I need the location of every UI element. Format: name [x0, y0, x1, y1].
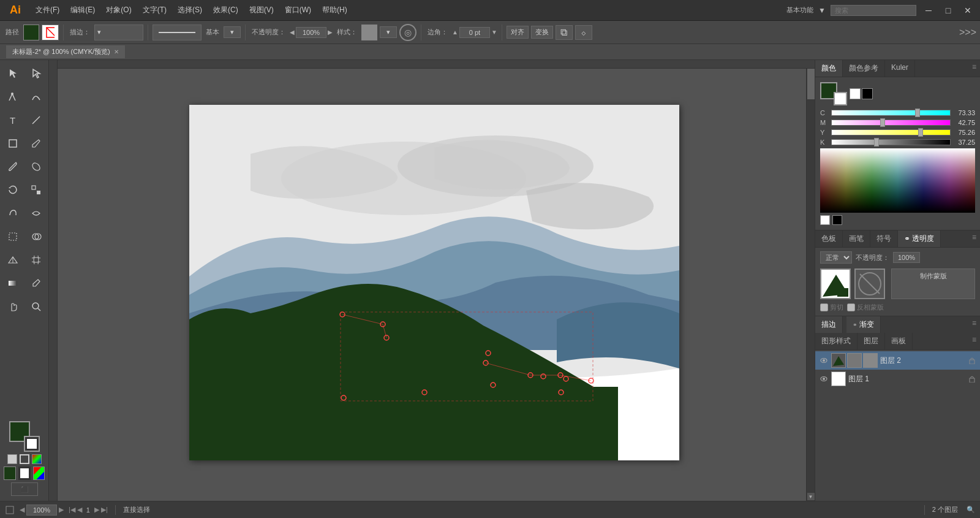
pencil-tool-btn[interactable]	[25, 132, 47, 154]
gradient-menu-btn[interactable]: ≡	[968, 316, 980, 333]
tab-graphic-styles[interactable]: 图形样式	[815, 333, 858, 349]
free-transform-tool-btn[interactable]	[2, 226, 24, 248]
close-button[interactable]: ✕	[960, 3, 975, 18]
menu-edit[interactable]: 编辑(E)	[66, 4, 100, 17]
tab-color-guide[interactable]: 颜色参考	[843, 60, 885, 77]
nav-next-btn[interactable]: ▶	[59, 506, 64, 514]
corner-decrease[interactable]: ▲	[452, 29, 458, 36]
color-gradient-btn[interactable]	[33, 467, 45, 480]
search-input[interactable]	[831, 5, 916, 16]
y-handle[interactable]	[918, 128, 923, 137]
color-fill-btn[interactable]	[4, 467, 16, 480]
hand-tool-btn[interactable]	[2, 295, 24, 318]
minimize-button[interactable]: ─	[921, 3, 936, 18]
invert-checkbox-label[interactable]: 反相蒙版	[847, 303, 884, 312]
opacity-value-input[interactable]	[893, 252, 920, 263]
pen-tool-btn[interactable]	[2, 86, 24, 108]
stroke-type-arrow[interactable]: ▾	[224, 26, 241, 38]
k-slider[interactable]	[831, 139, 951, 146]
appearance-btn[interactable]: ◎	[399, 24, 417, 41]
tab-color[interactable]: 颜色	[815, 60, 843, 77]
cut-checkbox[interactable]	[820, 303, 828, 311]
paintbrush-tool-btn[interactable]	[2, 156, 24, 178]
menu-help[interactable]: 帮助(H)	[317, 4, 352, 17]
m-handle[interactable]	[880, 118, 885, 127]
fill-mode-btn[interactable]	[7, 454, 17, 464]
zoom-tool-btn[interactable]	[25, 295, 47, 318]
reshape-tool-btn[interactable]	[25, 202, 47, 224]
layer-1-lock-btn[interactable]	[968, 375, 976, 383]
stroke-mode-btn[interactable]	[20, 454, 29, 464]
line-tool-btn[interactable]	[25, 109, 47, 131]
canvas-btn[interactable]: ⬛	[11, 482, 38, 496]
page-prev-btn[interactable]: ◀	[77, 506, 82, 514]
fill-color-swatch[interactable]	[23, 25, 39, 40]
mesh-tool-btn[interactable]	[25, 249, 47, 271]
envelope-btn[interactable]: ⧉	[556, 25, 573, 40]
vertical-scrollbar[interactable]: ▲ ▼	[806, 60, 815, 501]
style-swatch[interactable]	[361, 25, 377, 40]
tab-swatches[interactable]: 色板	[815, 230, 843, 247]
opacity-input[interactable]	[296, 27, 326, 38]
menu-file[interactable]: 文件(F)	[31, 4, 64, 17]
corner-input[interactable]	[459, 27, 490, 38]
make-mask-btn[interactable]: 制作蒙版	[891, 269, 975, 299]
perspective-grid-tool-btn[interactable]	[2, 249, 24, 271]
gradient-mode-btn[interactable]	[32, 454, 42, 464]
panel-menu-btn[interactable]: ≡	[968, 60, 980, 77]
menu-window[interactable]: 窗口(W)	[280, 4, 316, 17]
stroke-selector[interactable]: ▾	[94, 25, 143, 40]
layer-2-thumb-1[interactable]	[831, 353, 846, 368]
layer-1-thumb[interactable]	[831, 371, 846, 386]
type-tool-btn[interactable]: T	[2, 109, 24, 131]
rectangle-tool-btn[interactable]	[2, 132, 24, 154]
direct-selection-tool-btn[interactable]	[25, 63, 47, 85]
menu-object[interactable]: 对象(O)	[101, 4, 136, 17]
blend-mode-select[interactable]: 正常	[820, 251, 852, 264]
menu-view[interactable]: 视图(V)	[244, 4, 279, 17]
trans-panel-menu-btn[interactable]: ≡	[968, 230, 980, 247]
shape-builder-tool-btn[interactable]	[25, 226, 47, 248]
dropdown-arrow-icon[interactable]: ▼	[818, 6, 826, 15]
canvas-area[interactable]: ▲ ▼	[49, 60, 815, 501]
page-last-btn[interactable]: ▶|	[101, 506, 108, 514]
nav-prev-btn[interactable]: ◀	[20, 506, 24, 514]
stroke-style-selector[interactable]	[153, 25, 202, 40]
style-arrow[interactable]: ▾	[380, 26, 397, 38]
artboard[interactable]	[189, 105, 679, 460]
rotate-tool-btn[interactable]	[2, 179, 24, 201]
blob-brush-tool-btn[interactable]	[25, 156, 47, 178]
layer-2-thumb-3[interactable]	[863, 353, 878, 368]
layer-item-2[interactable]: 图层 2	[815, 351, 980, 370]
k-handle[interactable]	[874, 138, 879, 147]
opacity-increase[interactable]: ▶	[328, 29, 333, 36]
menu-select[interactable]: 选择(S)	[173, 4, 207, 17]
bg-swatch[interactable]	[834, 92, 847, 105]
document-tab[interactable]: 未标题-2* @ 100% (CMYK/预览) ✕	[6, 45, 125, 58]
layer-2-thumb-2[interactable]	[847, 353, 862, 368]
scale-tool-btn[interactable]	[25, 179, 47, 201]
c-slider[interactable]	[831, 109, 951, 116]
warp-tool-btn[interactable]	[2, 202, 24, 224]
zoom-input[interactable]	[26, 505, 57, 516]
gradient-tool-btn[interactable]	[2, 272, 24, 294]
tab-layers[interactable]: 图层	[858, 333, 885, 349]
document-tab-close[interactable]: ✕	[114, 48, 119, 55]
3d-btn[interactable]: ⬦	[575, 25, 592, 40]
white-color-btn[interactable]	[820, 215, 830, 225]
y-slider[interactable]	[831, 129, 951, 136]
page-first-btn[interactable]: |◀	[69, 506, 75, 514]
menu-effect[interactable]: 效果(C)	[208, 4, 243, 17]
c-handle[interactable]	[915, 109, 920, 117]
menu-type[interactable]: 文字(T)	[138, 4, 172, 17]
opacity-decrease[interactable]: ◀	[290, 29, 295, 36]
align-btn[interactable]: 对齐	[507, 26, 529, 39]
white-swatch-small[interactable]	[850, 88, 861, 99]
scroll-thumb[interactable]	[807, 69, 815, 99]
layers-menu-btn[interactable]: ≡	[968, 333, 980, 349]
stroke-swatch[interactable]	[24, 436, 40, 452]
tab-kuler[interactable]: Kuler	[885, 60, 915, 77]
layer-2-lock-btn[interactable]	[968, 356, 976, 365]
tab-symbols[interactable]: 符号	[870, 230, 898, 247]
selection-tool-btn[interactable]	[2, 63, 24, 85]
